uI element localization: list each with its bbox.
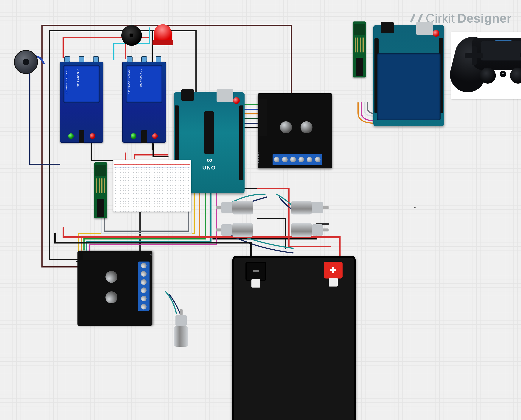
relay-b-rating: 10A 250VAC 10A 30VDC (128, 69, 130, 94)
relay-a-rating: 10A 250VAC 10A 125VAC (65, 69, 68, 95)
relay-b-screw-terminals (123, 58, 166, 62)
piezo-buzzer[interactable] (121, 25, 142, 46)
bluetooth-module-a[interactable] (94, 162, 107, 218)
driver-b-motor-terminals (138, 262, 149, 311)
arduino-logo: ∞ UNO (202, 155, 216, 171)
relay-a-status-led-icon (89, 133, 95, 139)
arduino-uno-with-shield[interactable] (373, 25, 444, 126)
ps4-dpad[interactable] (465, 46, 483, 65)
dc-motor-2[interactable] (216, 223, 253, 237)
ps4-ps-button[interactable]: PS (500, 71, 506, 77)
relay-a-header (79, 130, 84, 143)
alarm-light[interactable] (154, 24, 172, 42)
driver-b-model: MDD10A (150, 253, 152, 257)
motor-driver-a[interactable]: MDD10A (258, 93, 332, 168)
arduino2-reset-button[interactable] (433, 30, 439, 37)
bluetooth-module-b[interactable] (353, 22, 366, 77)
driver-a-cap-icon (280, 121, 292, 133)
driver-b-signal-header (83, 253, 120, 260)
ps4-controller[interactable]: △ □ ○ ✕ PS (454, 35, 521, 96)
driver-b-cap-icon (105, 291, 117, 303)
driver-a-signal-header (259, 99, 267, 136)
electromagnet[interactable] (14, 50, 38, 74)
ps4-right-stick[interactable] (510, 68, 521, 84)
battery-negative-terminal (246, 262, 266, 281)
battery-positive-terminal (324, 262, 342, 278)
relay-module-a[interactable]: 10A 250VAC 10A 125VAC SRD-05VDC-SL-C (60, 62, 104, 142)
driver-b-cap-icon (105, 271, 117, 283)
dc-motor-3[interactable] (291, 201, 328, 215)
dc-motor-5[interactable] (174, 309, 188, 347)
bt-b-header (356, 58, 363, 76)
relay-b-power-led-icon (131, 133, 136, 139)
arduino-board-name: UNO (202, 165, 216, 171)
battery-pos-clip-icon (329, 278, 338, 286)
ps4-controller-panel: △ □ ○ ✕ PS (451, 32, 521, 99)
ps4-left-stick[interactable] (480, 68, 496, 84)
stray-point-icon (414, 207, 416, 208)
dc-motor-4[interactable] (291, 223, 328, 237)
relay-b-part: SRD-05VDC-SL-C (140, 69, 142, 87)
dc-motor-1[interactable] (216, 201, 253, 215)
arduino2-barrel-jack-icon (381, 22, 394, 33)
arduino-right-header (239, 105, 243, 180)
ps4-touchpad[interactable] (481, 41, 521, 60)
arduino-reset-button[interactable] (233, 97, 240, 104)
relay-a-screw-terminals (60, 58, 103, 62)
relay-b-status-led-icon (152, 133, 158, 139)
design-canvas[interactable]: Cirkit Designer (0, 0, 521, 420)
relay-b-header (141, 130, 147, 143)
relay-module-b[interactable]: 10A 250VAC 10A 30VDC SRD-05VDC-SL-C (122, 62, 166, 142)
arduino-barrel-jack-icon (181, 90, 194, 101)
bt-a-header (97, 199, 104, 217)
motor-driver-b[interactable]: MDD10A (77, 251, 152, 326)
bt-a-antenna-icon (96, 179, 105, 193)
relay-a-power-led-icon (68, 133, 74, 139)
mini-breadboard[interactable] (113, 160, 191, 212)
relay-a-part: SRD-05VDC-SL-C (77, 69, 80, 87)
battery-neg-clip-icon (252, 279, 260, 287)
bt-b-antenna-icon (355, 38, 364, 52)
arduino-mcu-chip-icon (204, 111, 214, 154)
arduino-logo-symbol: ∞ (202, 155, 216, 165)
driver-a-cap-icon (301, 121, 313, 133)
driver-a-model: MDD10A (258, 152, 260, 166)
ps4-square-button[interactable]: □ (520, 52, 521, 58)
ps4-face-buttons: △ □ ○ ✕ (520, 44, 521, 66)
usb-host-shield[interactable] (377, 53, 440, 120)
driver-a-motor-terminals (273, 154, 322, 165)
watermark-brand-right: Designer (458, 11, 512, 25)
arduino2-usb-port-icon (416, 22, 433, 35)
sla-battery[interactable] (232, 256, 356, 420)
arduino-usb-port-icon (216, 89, 233, 102)
